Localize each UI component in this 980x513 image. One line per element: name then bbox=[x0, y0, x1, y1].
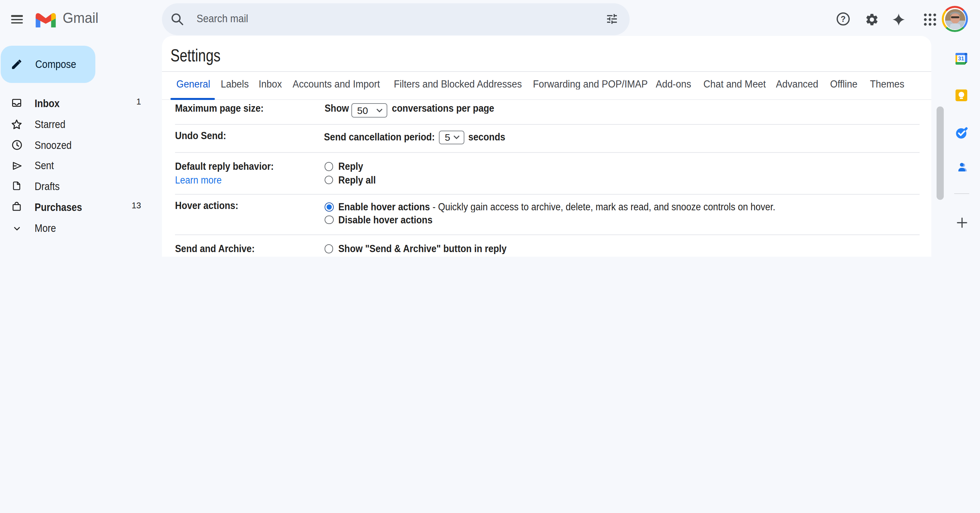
svg-text:?: ? bbox=[840, 14, 845, 24]
svg-text:31: 31 bbox=[958, 55, 964, 61]
